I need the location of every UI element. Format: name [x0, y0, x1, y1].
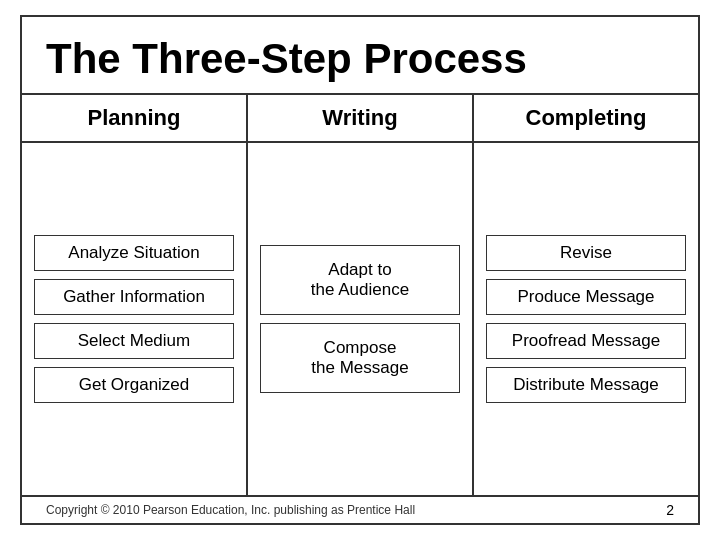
header-completing: Completing [474, 95, 698, 141]
col-writing: Adapt tothe Audience Composethe Message [248, 143, 474, 495]
planning-item-3: Select Medium [34, 323, 234, 359]
completing-item-3: Proofread Message [486, 323, 686, 359]
col-completing: Revise Produce Message Proofread Message… [474, 143, 698, 495]
header-planning: Planning [22, 95, 248, 141]
title-area: The Three-Step Process [22, 17, 698, 95]
footer: Copyright © 2010 Pearson Education, Inc.… [22, 495, 698, 523]
slide-title: The Three-Step Process [46, 35, 674, 83]
completing-item-2: Produce Message [486, 279, 686, 315]
table-area: Planning Writing Completing Analyze Situ… [22, 95, 698, 495]
header-writing: Writing [248, 95, 474, 141]
writing-group-1: Adapt tothe Audience [260, 245, 460, 315]
planning-item-1: Analyze Situation [34, 235, 234, 271]
header-row: Planning Writing Completing [22, 95, 698, 143]
col-planning: Analyze Situation Gather Information Sel… [22, 143, 248, 495]
planning-item-4: Get Organized [34, 367, 234, 403]
content-row: Analyze Situation Gather Information Sel… [22, 143, 698, 495]
page-number: 2 [666, 502, 674, 518]
completing-item-1: Revise [486, 235, 686, 271]
completing-item-4: Distribute Message [486, 367, 686, 403]
writing-group-2: Composethe Message [260, 323, 460, 393]
copyright-text: Copyright © 2010 Pearson Education, Inc.… [46, 503, 415, 517]
slide: The Three-Step Process Planning Writing … [20, 15, 700, 525]
planning-item-2: Gather Information [34, 279, 234, 315]
